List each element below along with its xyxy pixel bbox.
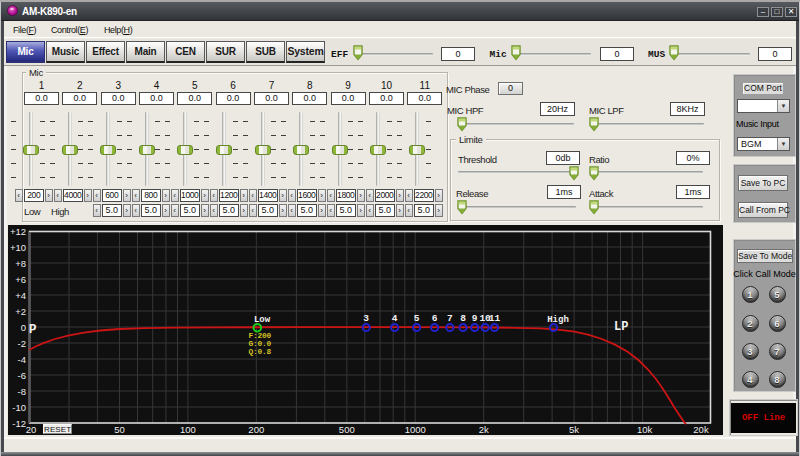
svg-text:G:0.0: G:0.0 <box>249 340 272 348</box>
svg-text:P: P <box>29 322 37 337</box>
svg-text:-8: -8 <box>18 386 26 397</box>
svg-text:0: 0 <box>21 322 26 333</box>
svg-text:20k: 20k <box>693 424 709 435</box>
svg-text:7: 7 <box>447 313 453 324</box>
svg-text:500: 500 <box>339 424 355 435</box>
svg-text:Q:0.8: Q:0.8 <box>249 348 272 356</box>
svg-text:High: High <box>547 315 569 325</box>
svg-text:-2: -2 <box>18 338 26 349</box>
svg-text:+12: +12 <box>10 226 26 237</box>
svg-text:Low: Low <box>254 315 271 325</box>
svg-text:2k: 2k <box>479 424 489 435</box>
svg-text:20: 20 <box>26 424 37 435</box>
svg-text:50: 50 <box>114 424 125 435</box>
svg-text:4: 4 <box>392 313 398 324</box>
svg-text:9: 9 <box>472 313 478 324</box>
svg-text:8: 8 <box>460 313 466 324</box>
svg-text:5k: 5k <box>569 424 579 435</box>
svg-text:6: 6 <box>432 313 438 324</box>
svg-text:1000: 1000 <box>405 424 426 435</box>
svg-text:+10: +10 <box>10 242 26 253</box>
svg-text:+6: +6 <box>15 274 26 285</box>
svg-text:-4: -4 <box>18 354 26 365</box>
svg-text:-6: -6 <box>18 370 26 381</box>
svg-text:+4: +4 <box>15 290 26 301</box>
svg-text:-12: -12 <box>12 418 26 429</box>
svg-text:-10: -10 <box>12 402 26 413</box>
svg-text:100: 100 <box>180 424 196 435</box>
svg-text:F:200: F:200 <box>249 332 272 340</box>
svg-text:3: 3 <box>363 313 369 324</box>
svg-text:+8: +8 <box>15 258 26 269</box>
svg-text:200: 200 <box>248 424 264 435</box>
svg-text:5: 5 <box>414 313 420 324</box>
svg-text:LP: LP <box>614 320 628 334</box>
svg-text:10k: 10k <box>637 424 653 435</box>
svg-text:+2: +2 <box>15 306 26 317</box>
svg-text:11: 11 <box>489 313 501 324</box>
